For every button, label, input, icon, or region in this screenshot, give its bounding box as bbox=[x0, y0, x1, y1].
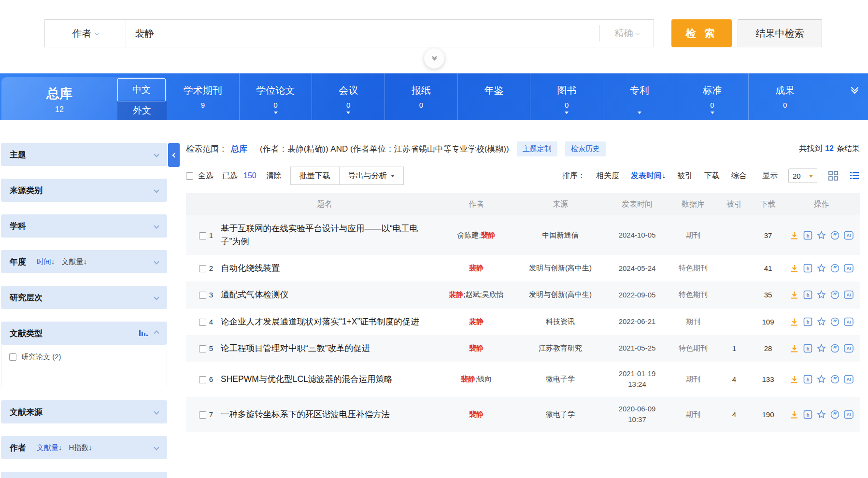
tab-foreign[interactable]: 外文 bbox=[117, 101, 167, 120]
ai-icon[interactable]: AI bbox=[844, 344, 854, 353]
download-icon[interactable] bbox=[790, 317, 799, 326]
row-checkbox[interactable] bbox=[199, 292, 206, 299]
result-source-link[interactable]: 微电子学 bbox=[517, 403, 603, 426]
filter-checkbox-item[interactable]: 研究论文 (2) bbox=[9, 352, 159, 362]
download-icon[interactable] bbox=[790, 290, 799, 299]
sidebar-sort-link[interactable]: 文献量↓ bbox=[37, 443, 62, 452]
sort-option[interactable]: 发表时间↓ bbox=[631, 171, 666, 181]
result-cited-count[interactable] bbox=[715, 228, 753, 242]
quote-icon[interactable]: ” bbox=[830, 375, 840, 384]
author-link-highlighted[interactable]: 裴静 bbox=[469, 264, 484, 272]
quote-icon[interactable]: ” bbox=[830, 317, 840, 326]
html-read-icon[interactable]: h bbox=[803, 410, 812, 419]
sidebar-collapse-handle[interactable] bbox=[168, 143, 180, 167]
search-field-selector[interactable]: 作者 bbox=[45, 20, 126, 47]
nav-tab[interactable]: 报纸 0 bbox=[384, 73, 457, 120]
quote-icon[interactable]: ” bbox=[830, 410, 840, 419]
result-cited-count[interactable]: 1 bbox=[715, 337, 753, 359]
favorite-icon[interactable] bbox=[817, 344, 826, 353]
bar-chart-icon[interactable] bbox=[139, 329, 148, 337]
nav-tab[interactable]: 学位论文 0 bbox=[239, 73, 312, 120]
author-link[interactable]: 俞陈建 bbox=[457, 231, 479, 239]
download-icon[interactable] bbox=[790, 410, 799, 419]
author-link[interactable]: 钱向 bbox=[477, 375, 492, 383]
author-link-highlighted[interactable]: 裴静 bbox=[469, 344, 484, 352]
result-cited-count[interactable]: 4 bbox=[715, 404, 753, 425]
ai-icon[interactable]: AI bbox=[844, 410, 854, 419]
favorite-icon[interactable] bbox=[817, 264, 826, 273]
tab-chinese[interactable]: 中文 bbox=[117, 78, 166, 101]
sidebar-sort-link[interactable]: 文献量↓ bbox=[62, 257, 87, 267]
ai-icon[interactable]: AI bbox=[844, 264, 854, 273]
nav-tab[interactable]: 会议 0 bbox=[312, 73, 384, 120]
sidebar-section[interactable]: 年度 时间↓文献量↓ bbox=[1, 250, 167, 273]
result-cited-count[interactable] bbox=[715, 288, 753, 302]
result-title-link[interactable]: 论工程项目管理对中职“三教”改革的促进 bbox=[214, 335, 435, 362]
html-read-icon[interactable]: h bbox=[803, 231, 812, 240]
topic-customize-chip[interactable]: 主题定制 bbox=[517, 141, 557, 156]
favorite-icon[interactable] bbox=[817, 410, 826, 419]
result-authors[interactable]: 裴静 bbox=[435, 403, 517, 426]
result-authors[interactable]: 裴静 bbox=[435, 257, 517, 280]
tab-zongku[interactable]: 总库 12 bbox=[1, 77, 117, 120]
result-cited-count[interactable]: 4 bbox=[715, 368, 753, 390]
scope-database-link[interactable]: 总库 bbox=[231, 143, 247, 155]
nav-tab[interactable]: 标准 0 bbox=[676, 73, 749, 120]
html-read-icon[interactable]: h bbox=[803, 264, 812, 273]
row-checkbox[interactable] bbox=[199, 345, 206, 352]
html-read-icon[interactable]: h bbox=[803, 344, 812, 353]
favorite-icon[interactable] bbox=[817, 231, 826, 240]
result-source-link[interactable]: 发明与创新(高中生) bbox=[517, 283, 603, 306]
export-analyze-button[interactable]: 导出与分析 bbox=[339, 167, 404, 185]
search-button[interactable]: 检 索 bbox=[671, 19, 732, 47]
author-link[interactable]: 吴欣怡 bbox=[482, 290, 504, 298]
result-cited-count[interactable] bbox=[715, 315, 753, 328]
search-input[interactable] bbox=[126, 20, 599, 47]
row-checkbox[interactable] bbox=[199, 319, 206, 326]
sidebar-section[interactable]: 文献来源 bbox=[1, 400, 167, 423]
ai-icon[interactable]: AI bbox=[844, 290, 854, 299]
search-history-chip[interactable]: 检索历史 bbox=[565, 141, 606, 156]
sidebar-section[interactable]: 学科 bbox=[1, 214, 167, 238]
favorite-icon[interactable] bbox=[817, 290, 826, 299]
sort-option[interactable]: 下载 bbox=[704, 171, 720, 181]
author-link-highlighted[interactable]: 裴静 bbox=[481, 231, 496, 239]
result-authors[interactable]: 裴静;钱向 bbox=[435, 368, 517, 391]
page-size-select[interactable]: 20 bbox=[788, 169, 817, 183]
clear-selection-button[interactable]: 清除 bbox=[266, 171, 282, 181]
result-source-link[interactable]: 江苏教育研究 bbox=[517, 337, 603, 360]
result-cited-count[interactable] bbox=[715, 262, 753, 275]
quote-icon[interactable]: ” bbox=[830, 344, 840, 353]
nav-tab[interactable]: 成果 0 bbox=[748, 73, 821, 120]
download-icon[interactable] bbox=[790, 344, 799, 353]
author-link-highlighted[interactable]: 裴静 bbox=[461, 375, 475, 383]
match-mode-selector[interactable]: 精确 bbox=[599, 25, 654, 42]
select-all-checkbox[interactable] bbox=[186, 172, 193, 180]
row-checkbox[interactable] bbox=[199, 265, 206, 272]
favorite-icon[interactable] bbox=[817, 317, 826, 326]
sidebar-section[interactable] bbox=[1, 472, 167, 478]
html-read-icon[interactable]: h bbox=[803, 375, 812, 384]
sort-option[interactable]: 综合 bbox=[731, 171, 747, 181]
nav-tab[interactable]: 专利 bbox=[603, 73, 676, 120]
grid-view-button[interactable] bbox=[828, 170, 839, 181]
result-authors[interactable]: 裴静 bbox=[435, 310, 517, 333]
result-title-link[interactable]: SHEPWM与优化型LCL滤波器的混合运用策略 bbox=[214, 366, 435, 393]
quote-icon[interactable]: ” bbox=[830, 290, 840, 299]
result-title-link[interactable]: 论企业人才发展通道现状对落实“1+X”证书制度的促进 bbox=[214, 309, 435, 335]
result-authors[interactable]: 裴静 bbox=[435, 337, 517, 360]
result-title-link[interactable]: 一种多旋转坐标系下的死区谐波电压补偿方法 bbox=[214, 401, 435, 428]
result-title-link[interactable]: 自动化绕线装置 bbox=[214, 255, 435, 281]
sidebar-section[interactable]: 主题 bbox=[1, 143, 167, 166]
result-authors[interactable]: 裴静;赵斌;吴欣怡 bbox=[435, 283, 517, 306]
nav-more-toggle[interactable] bbox=[852, 88, 857, 93]
row-checkbox[interactable] bbox=[199, 232, 206, 239]
result-title-link[interactable]: 基于互联网的在线实验平台设计与应用——以“电工电子”为例 bbox=[214, 215, 435, 255]
select-all-label[interactable]: 全选 bbox=[198, 171, 213, 181]
author-link[interactable]: 赵斌 bbox=[466, 290, 480, 298]
sidebar-section[interactable]: 来源类别 bbox=[1, 179, 167, 202]
ai-icon[interactable]: AI bbox=[844, 317, 854, 326]
sort-option[interactable]: 相关度 bbox=[596, 171, 619, 181]
author-link-highlighted[interactable]: 裴静 bbox=[469, 410, 484, 418]
ai-icon[interactable]: AI bbox=[844, 375, 854, 384]
